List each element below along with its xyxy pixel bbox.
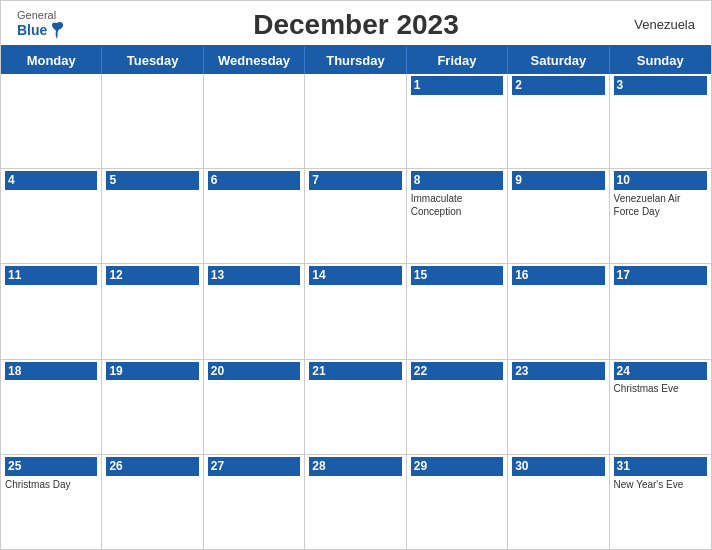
day-number: 24 bbox=[614, 362, 707, 381]
day-number: 29 bbox=[411, 457, 503, 476]
day-cell bbox=[1, 74, 102, 168]
day-header-monday: Monday bbox=[1, 47, 102, 74]
day-cell: 31New Year's Eve bbox=[610, 455, 711, 549]
day-number: 28 bbox=[309, 457, 401, 476]
country-label: Venezuela bbox=[634, 17, 695, 32]
day-cell: 21 bbox=[305, 360, 406, 454]
day-header-friday: Friday bbox=[407, 47, 508, 74]
day-number: 8 bbox=[411, 171, 503, 190]
day-number: 30 bbox=[512, 457, 604, 476]
day-header-saturday: Saturday bbox=[508, 47, 609, 74]
day-header-tuesday: Tuesday bbox=[102, 47, 203, 74]
day-event: Christmas Eve bbox=[614, 382, 707, 395]
day-number: 27 bbox=[208, 457, 300, 476]
day-number: 23 bbox=[512, 362, 604, 381]
logo-blue: Blue bbox=[17, 23, 47, 38]
day-number: 9 bbox=[512, 171, 604, 190]
day-number: 3 bbox=[614, 76, 707, 95]
day-cell: 8Immaculate Conception bbox=[407, 169, 508, 263]
day-cell: 20 bbox=[204, 360, 305, 454]
day-number: 26 bbox=[106, 457, 198, 476]
day-cell: 22 bbox=[407, 360, 508, 454]
day-number: 21 bbox=[309, 362, 401, 381]
calendar-weeks: 12345678Immaculate Conception910Venezuel… bbox=[1, 74, 711, 549]
day-cell: 16 bbox=[508, 264, 609, 358]
day-cell: 14 bbox=[305, 264, 406, 358]
week-row-4: 18192021222324Christmas Eve bbox=[1, 360, 711, 455]
day-cell: 2 bbox=[508, 74, 609, 168]
day-cell: 19 bbox=[102, 360, 203, 454]
week-row-5: 25Christmas Day262728293031New Year's Ev… bbox=[1, 455, 711, 549]
day-number: 4 bbox=[5, 171, 97, 190]
day-cell: 17 bbox=[610, 264, 711, 358]
day-number: 19 bbox=[106, 362, 198, 381]
day-number: 6 bbox=[208, 171, 300, 190]
day-number: 31 bbox=[614, 457, 707, 476]
day-cell: 12 bbox=[102, 264, 203, 358]
day-event: Immaculate Conception bbox=[411, 192, 503, 218]
day-number: 18 bbox=[5, 362, 97, 381]
day-cell: 4 bbox=[1, 169, 102, 263]
day-number: 15 bbox=[411, 266, 503, 285]
day-cell: 30 bbox=[508, 455, 609, 549]
logo-general: General bbox=[17, 9, 56, 21]
day-cell: 23 bbox=[508, 360, 609, 454]
logo-bird-icon bbox=[49, 21, 65, 41]
week-row-3: 11121314151617 bbox=[1, 264, 711, 359]
day-number: 20 bbox=[208, 362, 300, 381]
day-cell bbox=[204, 74, 305, 168]
day-cell: 3 bbox=[610, 74, 711, 168]
day-number: 17 bbox=[614, 266, 707, 285]
day-cell: 10Venezuelan Air Force Day bbox=[610, 169, 711, 263]
day-cell bbox=[102, 74, 203, 168]
day-number: 11 bbox=[5, 266, 97, 285]
day-number: 7 bbox=[309, 171, 401, 190]
calendar: General Blue December 2023 Venezuela Mon… bbox=[0, 0, 712, 550]
day-cell bbox=[305, 74, 406, 168]
day-event: New Year's Eve bbox=[614, 478, 707, 491]
day-number: 1 bbox=[411, 76, 503, 95]
calendar-grid: MondayTuesdayWednesdayThursdayFridaySatu… bbox=[1, 45, 711, 549]
week-row-1: 123 bbox=[1, 74, 711, 169]
month-title: December 2023 bbox=[253, 9, 458, 41]
day-number: 12 bbox=[106, 266, 198, 285]
day-cell: 18 bbox=[1, 360, 102, 454]
day-header-wednesday: Wednesday bbox=[204, 47, 305, 74]
day-headers-row: MondayTuesdayWednesdayThursdayFridaySatu… bbox=[1, 47, 711, 74]
day-event: Venezuelan Air Force Day bbox=[614, 192, 707, 218]
day-cell: 6 bbox=[204, 169, 305, 263]
day-cell: 5 bbox=[102, 169, 203, 263]
day-header-sunday: Sunday bbox=[610, 47, 711, 74]
day-event: Christmas Day bbox=[5, 478, 97, 491]
day-number: 22 bbox=[411, 362, 503, 381]
day-cell: 24Christmas Eve bbox=[610, 360, 711, 454]
week-row-2: 45678Immaculate Conception910Venezuelan … bbox=[1, 169, 711, 264]
day-cell: 9 bbox=[508, 169, 609, 263]
day-cell: 26 bbox=[102, 455, 203, 549]
day-number: 13 bbox=[208, 266, 300, 285]
day-header-thursday: Thursday bbox=[305, 47, 406, 74]
day-cell: 27 bbox=[204, 455, 305, 549]
logo: General Blue bbox=[17, 9, 65, 41]
day-number: 25 bbox=[5, 457, 97, 476]
day-number: 10 bbox=[614, 171, 707, 190]
day-number: 5 bbox=[106, 171, 198, 190]
day-number: 2 bbox=[512, 76, 604, 95]
day-cell: 1 bbox=[407, 74, 508, 168]
day-cell: 25Christmas Day bbox=[1, 455, 102, 549]
day-number: 16 bbox=[512, 266, 604, 285]
day-cell: 28 bbox=[305, 455, 406, 549]
day-number: 14 bbox=[309, 266, 401, 285]
day-cell: 11 bbox=[1, 264, 102, 358]
calendar-header: General Blue December 2023 Venezuela bbox=[1, 1, 711, 45]
day-cell: 15 bbox=[407, 264, 508, 358]
day-cell: 7 bbox=[305, 169, 406, 263]
day-cell: 29 bbox=[407, 455, 508, 549]
day-cell: 13 bbox=[204, 264, 305, 358]
